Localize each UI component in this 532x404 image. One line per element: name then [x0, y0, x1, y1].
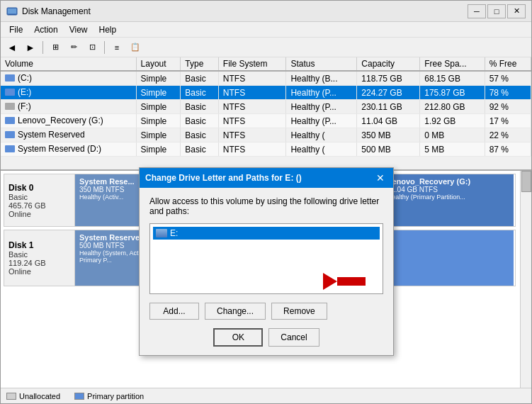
minimize-button[interactable]: ─ [468, 4, 486, 18]
window-title: Disk Management [22, 6, 468, 16]
modal-ok-cancel-buttons: OK Cancel [149, 328, 383, 347]
modal-list-item[interactable]: E: [153, 227, 380, 240]
add-button[interactable]: Add... [149, 303, 199, 320]
close-button[interactable]: ✕ [507, 4, 526, 18]
svg-rect-4 [337, 277, 366, 286]
modal-title: Change Drive Letter and Paths for E: () [145, 173, 373, 183]
toolbar-btn2[interactable]: ✏ [65, 40, 82, 55]
modal-close-button[interactable]: ✕ [373, 171, 387, 185]
modal-overlay: Change Drive Letter and Paths for E: () … [1, 57, 531, 403]
modal-title-bar: Change Drive Letter and Paths for E: () … [140, 168, 393, 188]
svg-rect-2 [9, 14, 16, 15]
remove-button[interactable]: Remove [271, 303, 327, 320]
toolbar-forward[interactable]: ► [22, 40, 39, 55]
modal-description: Allow access to this volume by using the… [149, 196, 383, 216]
svg-marker-3 [323, 273, 337, 290]
arrow-svg [312, 267, 369, 296]
modal-dialog: Change Drive Letter and Paths for E: () … [139, 167, 394, 356]
toolbar-btn3[interactable]: ⊡ [84, 40, 101, 55]
app-icon [6, 6, 18, 17]
maximize-button[interactable]: □ [487, 4, 506, 18]
cancel-button[interactable]: Cancel [268, 328, 319, 347]
menu-help[interactable]: Help [94, 23, 123, 36]
toolbar-btn5[interactable]: 📋 [127, 40, 144, 55]
toolbar-btn4[interactable]: ≡ [108, 40, 125, 55]
arrow-annotation [312, 267, 369, 296]
menu-bar: File Action View Help [1, 22, 531, 38]
title-bar: Disk Management ─ □ ✕ [1, 1, 531, 22]
toolbar-back[interactable]: ◄ [4, 40, 21, 55]
toolbar-btn1[interactable]: ⊞ [47, 40, 64, 55]
toolbar-sep1 [43, 41, 43, 54]
svg-rect-1 [8, 9, 16, 13]
menu-view[interactable]: View [64, 23, 94, 36]
toolbar-sep2 [104, 41, 105, 54]
modal-drive-letter: E: [170, 228, 178, 238]
ok-button[interactable]: OK [213, 328, 263, 347]
main-window: Disk Management ─ □ ✕ File Action View H… [0, 0, 532, 404]
menu-file[interactable]: File [4, 23, 28, 36]
content-wrapper: Volume Layout Type File System Status Ca… [1, 57, 531, 403]
modal-action-buttons: Add... Change... Remove [149, 303, 383, 320]
drive-icon [156, 229, 167, 237]
toolbar: ◄ ► ⊞ ✏ ⊡ ≡ 📋 [1, 38, 531, 57]
menu-action[interactable]: Action [28, 23, 63, 36]
change-button[interactable]: Change... [205, 303, 266, 320]
window-controls: ─ □ ✕ [468, 4, 526, 18]
